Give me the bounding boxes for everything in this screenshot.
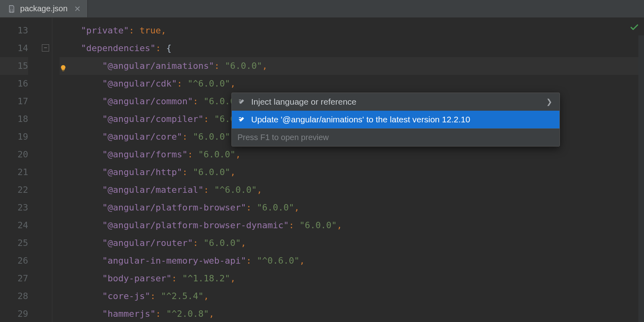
code-line[interactable]: "core-js": "^2.5.4", (60, 287, 644, 305)
intention-popup: Inject language or reference ❯ Update '@… (231, 93, 560, 147)
intention-label: Inject language or reference (251, 97, 357, 107)
json-file-icon: { } (7, 4, 16, 13)
intention-inject-language[interactable]: Inject language or reference ❯ (232, 93, 559, 111)
svg-text:{ }: { } (10, 9, 13, 13)
code-line[interactable]: "@angular/platform-browser-dynamic": "6.… (60, 217, 644, 234)
code-line[interactable]: "@angular/forms": "6.0.0", (60, 146, 644, 163)
intention-update-dependency[interactable]: Update '@angular/animations' to the late… (232, 111, 559, 128)
line-number: 24 (0, 217, 28, 234)
line-number: 27 (0, 270, 28, 287)
line-number: 18 (0, 110, 28, 128)
code-line[interactable]: "angular-in-memory-web-api": "^0.6.0", (60, 252, 644, 270)
code-line[interactable]: "@angular/material": "^6.0.0", (60, 181, 644, 199)
close-icon[interactable]: ✕ (72, 4, 81, 14)
code-line[interactable]: "@angular/http": "6.0.0", (60, 163, 644, 181)
line-number: 25 (0, 234, 28, 252)
edit-icon (237, 116, 246, 124)
code-area[interactable]: "private": true, "dependencies": { "@ang… (52, 18, 644, 322)
edit-icon (237, 98, 246, 106)
line-number: 29 (0, 305, 28, 322)
tab-package-json[interactable]: { } package.json ✕ (0, 0, 88, 17)
intention-footer: Press F1 to open preview (232, 128, 559, 146)
line-number: 15 (0, 57, 28, 75)
line-number: 26 (0, 252, 28, 270)
line-number: 28 (0, 287, 28, 305)
vertical-scrollbar[interactable] (638, 35, 644, 322)
intention-label: Update '@angular/animations' to the late… (251, 115, 470, 124)
code-line[interactable]: "dependencies": { (60, 39, 644, 57)
line-number: 21 (0, 163, 28, 181)
line-number: 23 (0, 199, 28, 217)
line-number: 16 (0, 75, 28, 93)
tab-bar: { } package.json ✕ (0, 0, 644, 18)
svg-rect-2 (62, 70, 64, 71)
code-line[interactable]: "@angular/animations": "6.0.0", (60, 57, 644, 75)
line-number: 20 (0, 146, 28, 163)
intention-footer-text: Press F1 to open preview (237, 133, 329, 142)
intention-bulb-icon[interactable] (59, 61, 68, 70)
code-line[interactable]: "@angular/router": "6.0.0", (60, 234, 644, 252)
line-number-gutter: 1314151617181920212223242526272829 (0, 18, 40, 322)
tab-filename: package.json (20, 4, 68, 13)
chevron-right-icon: ❯ (546, 97, 552, 106)
editor[interactable]: 1314151617181920212223242526272829 − "pr… (0, 18, 644, 322)
fold-strip: − (40, 18, 52, 322)
code-line[interactable]: "@angular/cdk": "^6.0.0", (60, 75, 644, 93)
inspection-ok-icon[interactable] (630, 23, 639, 35)
code-line[interactable]: "@angular/platform-browser": "6.0.0", (60, 199, 644, 217)
code-line[interactable]: "hammerjs": "^2.0.8", (60, 305, 644, 322)
line-number: 14 (0, 39, 28, 57)
code-line[interactable]: "private": true, (60, 22, 644, 39)
line-number: 19 (0, 128, 28, 146)
code-line[interactable]: "body-parser": "^1.18.2", (60, 270, 644, 287)
line-number: 13 (0, 22, 28, 39)
line-number: 17 (0, 93, 28, 110)
line-number: 22 (0, 181, 28, 199)
fold-toggle-icon[interactable]: − (42, 44, 49, 52)
